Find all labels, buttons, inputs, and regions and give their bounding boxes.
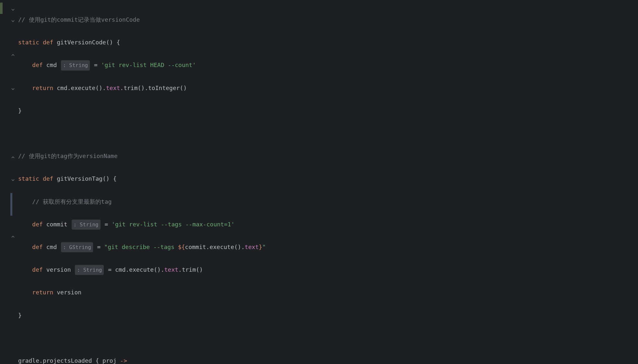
code-line[interactable]: gradle.projectsLoaded { proj -> (18, 355, 638, 364)
code-line[interactable]: def cmd : GString = "git describe --tags… (18, 241, 638, 253)
code-line[interactable]: static def gitVersionTag() { (18, 173, 638, 184)
code-line[interactable]: static def gitVersionCode() { (18, 37, 638, 48)
code-editor[interactable]: // 使用git的commit记录当做versionCode static de… (0, 0, 638, 364)
fold-icon[interactable] (11, 174, 15, 178)
code-line[interactable]: return cmd.execute().text.trim().toInteg… (18, 82, 638, 94)
code-line[interactable]: } (18, 105, 638, 116)
type-hint: : String (72, 220, 100, 230)
code-line[interactable]: return version (18, 287, 638, 298)
code-line[interactable]: def cmd : String = 'git rev-list HEAD --… (18, 59, 638, 71)
fold-icon[interactable] (11, 15, 15, 19)
code-line[interactable]: def commit : String = 'git rev-list --ta… (18, 219, 638, 230)
code-line[interactable]: def version : String = cmd.execute().tex… (18, 264, 638, 275)
code-line[interactable]: // 使用git的tag作为versionName (18, 150, 638, 162)
type-hint: : GString (61, 242, 93, 252)
type-hint: : String (75, 265, 104, 275)
type-hint: : String (61, 60, 90, 70)
fold-close-icon[interactable] (11, 152, 15, 155)
code-line[interactable]: // 获取所有分支里最新的tag (18, 196, 638, 207)
comment-text: // 使用git的commit记录当做versionCode (18, 16, 140, 23)
code-line[interactable] (18, 332, 638, 344)
fold-icon[interactable] (11, 4, 15, 8)
code-content[interactable]: // 使用git的commit记录当做versionCode static de… (16, 0, 638, 364)
code-line[interactable] (18, 128, 638, 139)
fold-icon[interactable] (11, 83, 15, 87)
code-line[interactable]: // 使用git的commit记录当做versionCode (18, 14, 638, 25)
fold-close-icon[interactable] (11, 49, 15, 53)
gutter (0, 0, 16, 364)
code-line[interactable]: } (18, 310, 638, 321)
fold-close-icon[interactable] (11, 231, 15, 235)
selection-marker (10, 193, 12, 216)
